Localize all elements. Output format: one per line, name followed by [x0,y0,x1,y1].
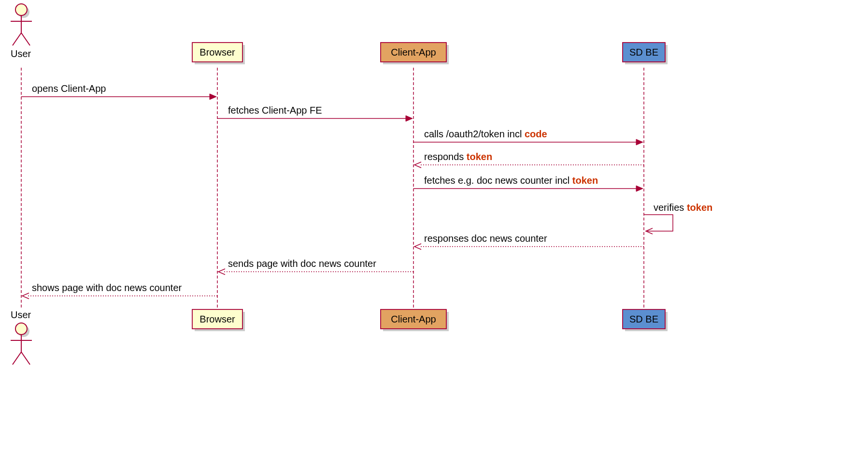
svg-line-23 [13,352,21,365]
participant-sdbe-bottom: SD BE [623,309,668,331]
participant-browser-bottom: Browser [192,309,245,331]
svg-point-2 [15,4,27,15]
svg-line-5 [13,33,21,45]
svg-point-20 [15,323,27,335]
participant-browser-top-label: Browser [199,47,235,58]
participant-clientapp-top: Client-App [381,43,449,64]
participant-clientapp-bottom: Client-App [381,309,449,331]
message-label: fetches e.g. doc news counter incl token [424,175,598,186]
sequence-diagram: UserBrowserClient-AppSD BEBrowserClient-… [0,0,725,379]
message-label: shows page with doc news counter [32,282,182,293]
actor-user-top-label: User [11,48,31,59]
actor-user-top: User [11,4,32,59]
participant-browser-bottom-label: Browser [199,314,235,324]
participant-clientapp-top-label: Client-App [391,47,436,58]
svg-line-24 [21,352,30,365]
message-label: calls /oauth2/token incl code [424,129,547,139]
message-label: sends page with doc news counter [228,258,376,269]
message-label: responds token [424,151,492,162]
message-label: verifies token [654,202,712,213]
participant-clientapp-bottom-label: Client-App [391,314,436,324]
message-5 [644,215,673,231]
participant-sdbe-top: SD BE [623,43,668,64]
message-label: fetches Client-App FE [228,105,322,116]
participant-sdbe-top-label: SD BE [629,47,658,58]
actor-user-bottom-label: User [11,309,31,320]
participant-browser-top: Browser [192,43,245,64]
svg-line-6 [21,33,30,45]
participant-sdbe-bottom-label: SD BE [629,314,658,324]
message-label: responses doc news counter [424,233,547,244]
actor-user-bottom: User [11,309,32,365]
message-label: opens Client-App [32,83,106,94]
